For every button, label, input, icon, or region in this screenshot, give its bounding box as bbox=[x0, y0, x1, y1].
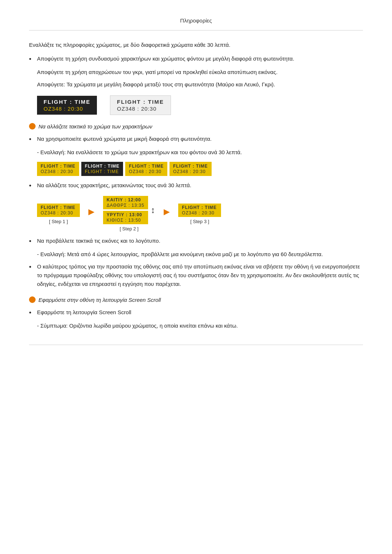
section4-indent1: - Εναλλαγή: Μετά από 4 ώρες λειτουργίας,… bbox=[37, 250, 363, 259]
indented-text-2: Αποφύγετε: Τα χρώματα με μεγάλη διαφορά … bbox=[37, 80, 363, 89]
bullet-dot-s4b: • bbox=[29, 262, 37, 272]
step2-inner: ΚΑΙΤΙΥ : 12:00 ΔΑΘΘΡΣ : 13:35 ΥΡΥΤΙΥ : 1… bbox=[103, 196, 155, 224]
step3-label: [ Step 3 ] bbox=[190, 219, 209, 224]
step1-wrapper: FLIGHT : TIME OZ348 : 20:30 [ Step 1 ] bbox=[37, 204, 80, 224]
step2-boxes: ΚΑΙΤΙΥ : 12:00 ΔΑΘΘΡΣ : 13:35 ΥΡΥΤΙΥ : 1… bbox=[103, 196, 148, 224]
step2-flight-box-bottom: ΥΡΥΤΙΥ : 13:00 ΚΙΘΙΟΣ : 13:50 bbox=[103, 211, 148, 224]
mfb4-row1: FLIGHT : TIME bbox=[173, 164, 208, 169]
section5-heading-text: Εφαρμόστε στην οθόνη τη λειτουργία Scree… bbox=[38, 297, 161, 303]
bullet-dot-s4a: • bbox=[29, 237, 37, 246]
step1-flight-box: FLIGHT : TIME OZ348 : 20:30 bbox=[37, 204, 80, 217]
step2-flight-box-top: ΚΑΙΤΙΥ : 12:00 ΔΑΘΘΡΣ : 13:35 bbox=[103, 196, 148, 209]
bullet-dot-1: • bbox=[29, 54, 37, 64]
multi-flight-box-1: FLIGHT : TIME OZ348 : 20:30 bbox=[37, 162, 79, 176]
section5-bullet1: • Εφαρμόστε τη λειτουργία Screen Scroll bbox=[29, 308, 363, 318]
mfb3-row1: FLIGHT : TIME bbox=[129, 164, 164, 169]
step3-wrapper: FLIGHT : TIME OZ348 : 20:30 [ Step 3 ] bbox=[178, 204, 221, 224]
step3-row1: FLIGHT : TIME bbox=[182, 205, 217, 210]
bullet-item-1: • Αποφύγετε τη χρήση συνδυασμού χαρακτήρ… bbox=[29, 54, 363, 64]
section2-heading-text: Να αλλάζετε τακτικά το χρώμα των χαρακτή… bbox=[38, 123, 152, 130]
multi-flight-box-4: FLIGHT : TIME OZ348 : 20:30 bbox=[170, 162, 212, 176]
step2-wrapper: ΚΑΙΤΙΥ : 12:00 ΔΑΘΘΡΣ : 13:35 ΥΡΥΤΙΥ : 1… bbox=[103, 196, 155, 231]
step3-flight-box: FLIGHT : TIME OZ348 : 20:30 bbox=[178, 204, 221, 217]
arrow-right-2: ► bbox=[162, 206, 172, 218]
bullet-dot-s5: • bbox=[29, 308, 37, 318]
mfb1-row1: FLIGHT : TIME bbox=[41, 164, 75, 169]
section2-heading-row: Να αλλάζετε τακτικά το χρώμα των χαρακτή… bbox=[29, 123, 363, 130]
step3-row2: OZ348 : 20:30 bbox=[182, 210, 217, 216]
multi-flight-row: FLIGHT : TIME OZ348 : 20:30 FLIGHT : TIM… bbox=[37, 162, 363, 176]
mfb2-row1: FLIGHT : TIME bbox=[85, 164, 120, 169]
section4-bullet1: • Να προβάλλετε τακτικά τις εικόνες και … bbox=[29, 237, 363, 246]
orange-bullet-icon bbox=[29, 123, 36, 130]
section5-heading-row: Εφαρμόστε στην οθόνη τη λειτουργία Scree… bbox=[29, 296, 363, 303]
page-header: Πληροφορίες bbox=[29, 11, 363, 30]
mfb1-row2: OZ348 : 20:30 bbox=[41, 169, 75, 174]
section2-indent1: - Εναλλαγή: Να εναλλάσετε το χρώμα των χ… bbox=[37, 148, 363, 157]
section3-bullet1: • Να αλλάζετε τους χαρακτήρες, μετακινών… bbox=[29, 181, 363, 191]
bullet-content-1: Αποφύγετε τη χρήση συνδυασμού χαρακτήρων… bbox=[37, 54, 363, 63]
multi-flight-box-3: FLIGHT : TIME OZ348 : 20:30 bbox=[125, 162, 167, 176]
section2-bullet1: • Να χρησιμοποιείτε φωτεινά χρώματα με μ… bbox=[29, 135, 363, 144]
flight-box-dark: FLIGHT : TIME OZ348 : 20:30 bbox=[37, 96, 97, 115]
bullet-content-s5: Εφαρμόστε τη λειτουργία Screen Scroll bbox=[37, 308, 363, 317]
header-title: Πληροφορίες bbox=[180, 17, 212, 24]
multi-flight-box-2: FLIGHT : TIME FLIGHT : TIME bbox=[81, 162, 123, 176]
bullet-content-s3: Να αλλάζετε τους χαρακτήρες, μετακινώντα… bbox=[37, 181, 363, 190]
step2-bot-r1: ΥΡΥΤΙΥ : 13:00 bbox=[107, 212, 144, 217]
flight-box-light-row1: FLIGHT : TIME bbox=[117, 99, 164, 105]
step2-top-r1: ΚΑΙΤΙΥ : 12:00 bbox=[107, 197, 144, 202]
step-demo-row: FLIGHT : TIME OZ348 : 20:30 [ Step 1 ] ►… bbox=[37, 196, 363, 231]
flight-box-dark-row2: OZ348 : 20:30 bbox=[44, 106, 90, 112]
bottom-divider bbox=[29, 345, 363, 345]
step2-label: [ Step 2 ] bbox=[120, 226, 139, 231]
bullet-content-s4b: Ο καλύτερος τρόπος για την προστασία της… bbox=[37, 262, 363, 288]
step2-bot-r2: ΚΙΘΙΟΣ : 13:50 bbox=[107, 218, 144, 223]
arrow-right-1: ► bbox=[86, 206, 97, 218]
flight-box-dark-row1: FLIGHT : TIME bbox=[44, 99, 90, 105]
bullet-dot-s2: • bbox=[29, 135, 37, 144]
step1-row2: OZ348 : 20:30 bbox=[41, 210, 76, 216]
mfb2-row2: FLIGHT : TIME bbox=[85, 169, 120, 174]
flight-box-light-row2: OZ348 : 20:30 bbox=[117, 106, 164, 112]
bullet-content-s2: Να χρησιμοποιείτε φωτεινά χρώματα με μικ… bbox=[37, 135, 363, 143]
section4-bullet2: • Ο καλύτερος τρόπος για την προστασία τ… bbox=[29, 262, 363, 288]
flight-demo-row-1: FLIGHT : TIME OZ348 : 20:30 FLIGHT : TIM… bbox=[37, 95, 363, 115]
bullet-content-s4a: Να προβάλλετε τακτικά τις εικόνες και το… bbox=[37, 237, 363, 245]
orange-bullet-icon-2 bbox=[29, 296, 36, 303]
bullet-dot-s3: • bbox=[29, 181, 37, 191]
indented-text-1: Αποφύγετε τη χρήση αποχρώσεων του γκρι, … bbox=[37, 68, 363, 77]
mfb4-row2: OZ348 : 20:30 bbox=[173, 169, 208, 174]
flight-box-light: FLIGHT : TIME OZ348 : 20:30 bbox=[110, 95, 171, 115]
up-down-arrows-icon: ↕ bbox=[151, 205, 155, 215]
step1-label: [ Step 1 ] bbox=[49, 219, 68, 224]
step2-top-r2: ΔΑΘΘΡΣ : 13:35 bbox=[107, 203, 144, 208]
section5-indent1: - Σύμπτωμα: Οριζόντια λωρίδα μαύρου χρώμ… bbox=[37, 321, 363, 330]
step1-row1: FLIGHT : TIME bbox=[41, 205, 76, 210]
intro-main-text: Εναλλάξτε τις πληροφορίες χρώματος, με δ… bbox=[29, 41, 363, 49]
mfb3-row2: OZ348 : 20:30 bbox=[129, 169, 164, 174]
